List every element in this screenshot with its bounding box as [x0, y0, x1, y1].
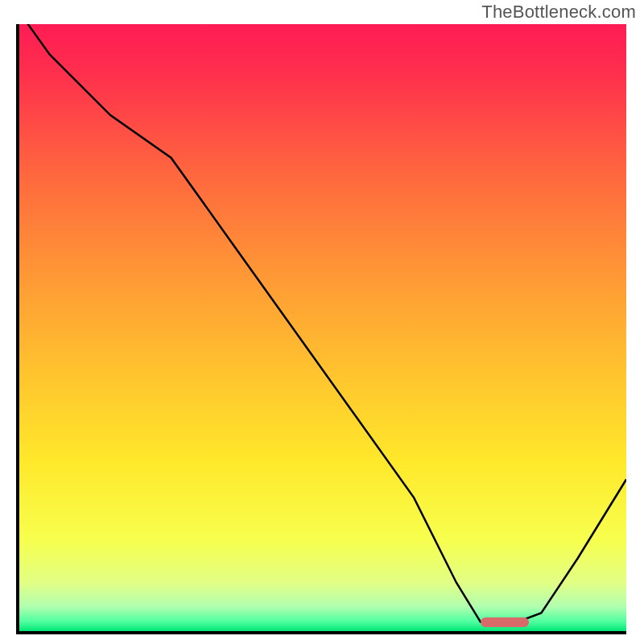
line-curve — [19, 24, 626, 631]
watermark-text: TheBottleneck.com — [481, 2, 636, 23]
optimal-range-marker — [481, 617, 529, 627]
plot-area — [16, 24, 626, 634]
chart-root: TheBottleneck.com — [0, 0, 644, 644]
